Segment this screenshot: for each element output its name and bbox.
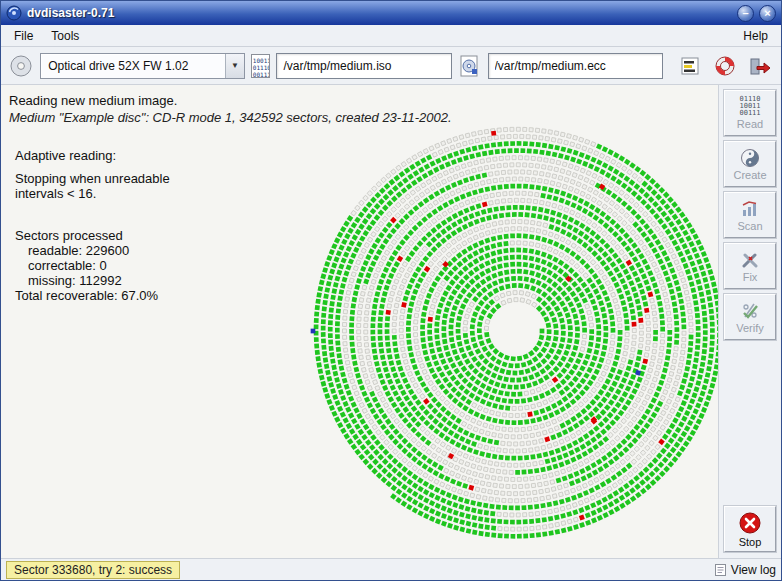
drive-select[interactable]: Optical drive 52X FW 1.02 ▼ <box>40 53 245 79</box>
read-button[interactable]: 01110 10011 00111 Read <box>724 90 776 136</box>
close-button[interactable]: × <box>759 5 776 22</box>
scan-icon <box>740 199 760 219</box>
titlebar: dvdisaster-0.71 – × <box>1 1 781 25</box>
quit-button[interactable] <box>746 51 775 81</box>
stop-button[interactable]: Stop <box>724 506 776 552</box>
drive-icon <box>7 52 34 80</box>
action-sidebar: 01110 10011 00111 Read Create Scan <box>719 85 781 558</box>
minimize-button[interactable]: – <box>737 5 754 22</box>
read-icon: 01110 10011 00111 <box>739 96 760 117</box>
menu-help[interactable]: Help <box>734 26 777 46</box>
log-icon <box>714 563 727 577</box>
view-log-label: View log <box>731 563 776 577</box>
image-file-icon: 10011 01110 00111 <box>251 54 271 78</box>
drive-select-value: Optical drive 52X FW 1.02 <box>41 54 225 78</box>
iso-path-input[interactable] <box>276 53 452 79</box>
read-label: Read <box>737 118 763 130</box>
scan-label: Scan <box>737 220 762 232</box>
menubar: File Tools Help <box>1 25 781 47</box>
create-icon <box>740 148 760 168</box>
sectors-correctable: correctable: 0 <box>15 258 170 273</box>
fix-button[interactable]: Fix <box>724 243 776 289</box>
sectors-missing: missing: 112992 <box>15 273 170 288</box>
ecc-path-input[interactable] <box>488 53 664 79</box>
statusbar: Sector 333680, try 2: success View log <box>1 558 781 580</box>
reading-stats: Adaptive reading: Stopping when unreadab… <box>15 148 170 303</box>
content-area: Reading new medium image. Medium "Exampl… <box>1 85 781 558</box>
verify-label: Verify <box>736 322 764 334</box>
verify-button[interactable]: Verify <box>724 294 776 340</box>
sectors-title: Sectors processed <box>15 228 170 243</box>
preferences-button[interactable] <box>675 51 704 81</box>
create-label: Create <box>733 169 766 181</box>
app-window: dvdisaster-0.71 – × File Tools Help Opti… <box>0 0 782 581</box>
fix-label: Fix <box>743 271 758 283</box>
main-panel: Reading new medium image. Medium "Exampl… <box>1 85 719 558</box>
window-title: dvdisaster-0.71 <box>27 6 114 20</box>
stop-condition-line2: intervals < 16. <box>15 186 170 201</box>
chevron-down-icon: ▼ <box>225 54 244 78</box>
verify-icon <box>740 301 760 321</box>
create-button[interactable]: Create <box>724 141 776 187</box>
help-button[interactable] <box>710 51 739 81</box>
scan-button[interactable]: Scan <box>724 192 776 238</box>
status-message: Sector 333680, try 2: success <box>6 561 180 579</box>
toolbar: Optical drive 52X FW 1.02 ▼ 10011 01110 … <box>1 47 781 85</box>
menu-tools[interactable]: Tools <box>42 26 88 46</box>
ecc-file-icon <box>458 52 481 80</box>
view-log-button[interactable]: View log <box>714 563 776 577</box>
stop-condition-line1: Stopping when unreadable <box>15 171 170 186</box>
fix-icon <box>740 250 760 270</box>
stop-icon <box>738 511 762 535</box>
sectors-readable: readable: 229600 <box>15 243 170 258</box>
total-recoverable: Total recoverable: 67.0% <box>15 288 170 303</box>
mode-title: Adaptive reading: <box>15 148 170 163</box>
operation-heading: Reading new medium image. <box>9 93 177 108</box>
window-icon <box>6 5 22 21</box>
stop-label: Stop <box>739 536 762 548</box>
adaptive-reading-spiral <box>296 111 719 551</box>
menu-file[interactable]: File <box>5 26 42 46</box>
